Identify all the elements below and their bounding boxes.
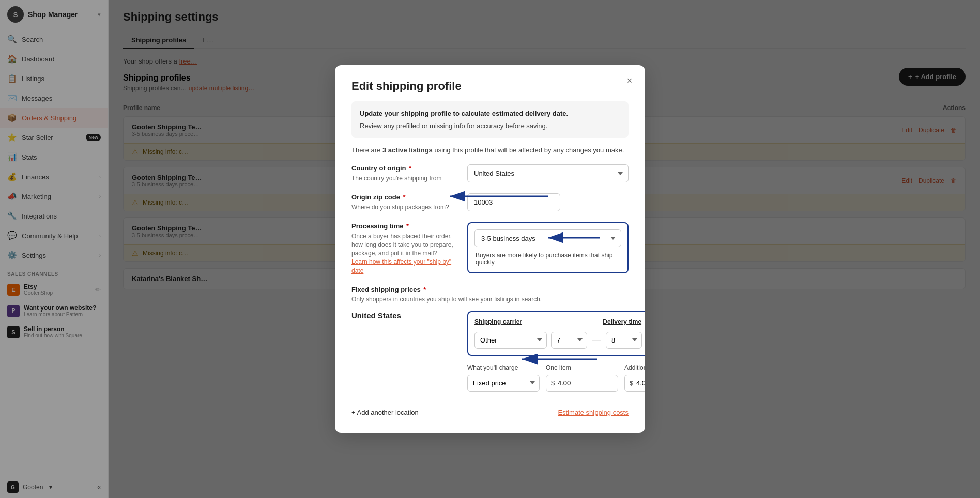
required-mark: * [409, 164, 411, 172]
country-label: Country of origin * [351, 164, 455, 172]
shipping-sub: Only shoppers in countries you ship to w… [351, 295, 629, 303]
add-location-button[interactable]: + Add another location [351, 409, 419, 416]
currency-symbol: $ [551, 379, 555, 387]
charge-row: What you'll charge Fixed price Free ship… [467, 364, 645, 392]
zip-desc: Where do you ship packages from? [351, 203, 455, 212]
required-mark: * [423, 286, 426, 293]
form-label-col: Origin zip code * Where do you ship pack… [351, 193, 455, 212]
edit-shipping-profile-modal: × Edit shipping profile Update your ship… [335, 65, 645, 433]
zip-label: Origin zip code * [351, 193, 455, 201]
zip-input[interactable] [467, 193, 560, 211]
one-item-col: One item $ [546, 364, 618, 392]
form-control-col: United States Canada United Kingdom [467, 164, 629, 182]
form-control-col [467, 193, 629, 211]
carrier-inputs: Other USPS UPS FedEx DHL 12345678 — [474, 332, 645, 349]
additional-item-price-wrap: $ [624, 375, 645, 392]
modal-overlay[interactable]: × Edit shipping profile Update your ship… [0, 0, 980, 498]
shipping-location-row: United States Shipping carrier Delivery … [351, 311, 629, 392]
country-desc: The country you're shipping from [351, 174, 455, 183]
active-listings-note: There are 3 active listings using this p… [351, 146, 629, 154]
processing-time-select[interactable]: 1 business day 1-2 business days 3-5 bus… [474, 229, 621, 247]
carrier-select[interactable]: Other USPS UPS FedEx DHL [474, 332, 547, 349]
charge-label: What you'll charge [467, 364, 540, 371]
fixed-shipping-label: Fixed shipping prices * [351, 286, 629, 293]
min-days-select[interactable]: 12345678 [551, 332, 587, 349]
processing-time-box: 1 business day 1-2 business days 3-5 bus… [467, 222, 629, 273]
country-of-origin-select[interactable]: United States Canada United Kingdom [467, 164, 629, 182]
form-control-col: 1 business day 1-2 business days 3-5 bus… [467, 222, 629, 273]
learn-more-link[interactable]: Learn how this affects your "ship by" da… [351, 258, 451, 274]
processing-time-row: Processing time * Once a buyer has place… [351, 222, 629, 275]
origin-zip-row: Origin zip code * Where do you ship pack… [351, 193, 629, 212]
country-of-origin-row: Country of origin * The country you're s… [351, 164, 629, 183]
one-item-label: One item [546, 364, 618, 371]
fixed-shipping-section: Fixed shipping prices * Only shoppers in… [351, 286, 629, 392]
info-banner: Update your shipping profile to calculat… [351, 101, 629, 138]
carrier-header: Shipping carrier Delivery time Business … [474, 318, 645, 325]
dash-separator: — [591, 335, 602, 345]
processing-hint: Buyers are more likely to purchase items… [474, 252, 621, 266]
form-label-col: Country of origin * The country you're s… [351, 164, 455, 183]
additional-item-price-input[interactable] [624, 375, 645, 392]
one-item-price-input[interactable] [546, 375, 618, 392]
location-col: United States [351, 311, 455, 325]
location-name: United States [351, 311, 455, 320]
processing-label: Processing time * [351, 222, 455, 230]
modal-title: Edit shipping profile [351, 80, 629, 93]
one-item-price-wrap: $ [546, 375, 618, 392]
currency-symbol: $ [630, 379, 633, 387]
required-mark: * [403, 193, 406, 201]
banner-heading: Update your shipping profile to calculat… [360, 108, 620, 119]
form-label-col: Processing time * Once a buyer has place… [351, 222, 455, 275]
carrier-col: Shipping carrier Delivery time Business … [467, 311, 645, 392]
max-days-select[interactable]: 123456789 [606, 332, 642, 349]
processing-desc: Once a buyer has placed their order, how… [351, 232, 455, 275]
charge-type-select[interactable]: Fixed price Free shipping [467, 375, 540, 392]
carrier-delivery-box: Shipping carrier Delivery time Business … [467, 311, 645, 356]
additional-item-col: Additional item $ [624, 364, 645, 392]
additional-item-label: Additional item [624, 364, 645, 371]
delivery-col-header: Delivery time [603, 318, 641, 325]
estimate-link[interactable]: Estimate shipping costs [558, 409, 629, 416]
carrier-col-header: Shipping carrier [474, 318, 594, 325]
modal-close-button[interactable]: × [622, 73, 637, 88]
banner-body: Review any prefilled or missing info for… [360, 121, 620, 131]
required-mark: * [406, 222, 409, 230]
add-location-row: + Add another location Estimate shipping… [351, 402, 629, 416]
charge-type-col: What you'll charge Fixed price Free ship… [467, 364, 540, 392]
